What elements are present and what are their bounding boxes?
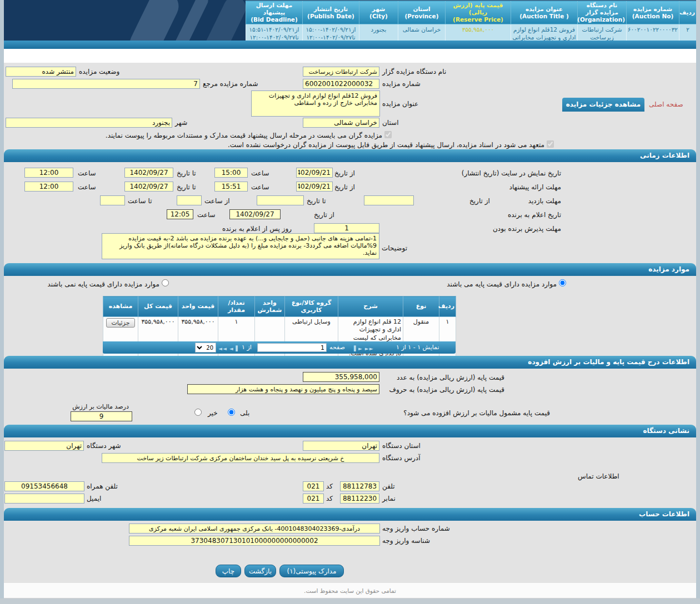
description-field[interactable]: 1-تمامی هزینه های جانبی (حمل و جابجایی و… xyxy=(102,233,379,259)
col-bid-deadline: مهلت ارسال پیشنهاد(Bid Deadline) xyxy=(246,1,303,24)
mobile-field[interactable] xyxy=(4,481,84,491)
back-button[interactable]: بازگشت xyxy=(244,565,276,577)
auction-number-label: شماره مزایده xyxy=(382,80,421,88)
offer-to-date-field[interactable] xyxy=(124,182,173,192)
pager-summary: نمایش ۱ - ۱ از ۱ xyxy=(396,344,439,351)
status-field[interactable] xyxy=(6,67,76,77)
time-label: ساعت xyxy=(251,169,269,177)
phone-label: تلفن xyxy=(382,482,395,490)
deposit-account-label: شماره حساب واریز وجه xyxy=(382,525,450,532)
fax-code-field[interactable] xyxy=(303,494,324,504)
items-col-desc: شرح xyxy=(338,296,403,317)
item-details-button[interactable]: جزئیات xyxy=(106,318,136,328)
fax-code-label: کد xyxy=(326,495,333,502)
deposit-id-label: شناسه واریز وجه xyxy=(382,537,430,545)
vat-no-label: خیر xyxy=(208,409,218,417)
vat-percent-field[interactable] xyxy=(71,411,132,421)
offer-to-time-field[interactable] xyxy=(24,182,73,192)
base-price-words-field[interactable] xyxy=(187,384,379,394)
visit-to-date-field[interactable] xyxy=(257,195,304,205)
description-label: توضیحات xyxy=(382,244,407,252)
col-auction-no: شماره مزایده(Auction No) xyxy=(627,1,679,24)
phone-code-field[interactable] xyxy=(303,481,324,491)
no-base-price-label: موارد مزایده دارای قیمت پایه نمی باشند xyxy=(17,280,159,288)
email-field[interactable] xyxy=(4,494,84,504)
organization-field[interactable] xyxy=(303,67,379,77)
display-to-time-field[interactable] xyxy=(24,168,73,178)
org-province-field[interactable] xyxy=(303,441,379,451)
announce-date-field[interactable] xyxy=(229,209,281,219)
page-edge-left xyxy=(0,0,4,604)
offer-from-date-field[interactable] xyxy=(296,182,333,192)
section-base-price-vat: اطلاعات درج قیمت پایه و مالیات بر ارزش ا… xyxy=(4,356,696,369)
section-time-info: اطلاعات زمانی xyxy=(4,149,696,162)
no-file-bid-checkbox[interactable] xyxy=(547,140,554,148)
items-col-group: گروه کالا/نوع کاربری xyxy=(285,296,338,317)
phone-field[interactable] xyxy=(340,481,379,491)
base-price-number-field[interactable] xyxy=(303,372,379,382)
winner-accept-suffix: روز پس از اعلام به برنده xyxy=(222,225,292,233)
print-button[interactable]: چاپ xyxy=(216,565,241,577)
deposit-id-field[interactable] xyxy=(129,536,380,546)
winner-accept-days-field[interactable] xyxy=(314,223,379,233)
attach-docs-checkbox-label: مزایده گران می بایست در مرحله ارسال پیشن… xyxy=(0,132,382,139)
auction-title-label: عنوان مزایده xyxy=(382,100,418,108)
ref-number-field[interactable] xyxy=(12,79,200,89)
visit-from-date-field[interactable] xyxy=(364,195,414,205)
pager-page-input[interactable] xyxy=(257,343,327,352)
province-label: استان xyxy=(382,119,398,127)
city-label: شهر xyxy=(175,119,187,127)
from-time-label: از ساعت xyxy=(204,197,230,205)
col-radif: ردیف xyxy=(679,1,697,24)
auction-title-field[interactable]: فروش 12قلم انواع لوازم اداری و تجهیزات م… xyxy=(251,90,380,117)
display-from-time-field[interactable] xyxy=(214,168,248,178)
announce-time-field[interactable] xyxy=(167,209,193,219)
col-province: استان(Province) xyxy=(398,1,446,24)
base-price-words-label: قیمت پایه (ارزش ریالی مزایده) به حروف xyxy=(389,386,504,394)
ref-number-label: شماره مزایده مرجع xyxy=(203,80,258,88)
col-organization: نام دستگاه مزایده گزار(Organization) xyxy=(578,1,627,24)
province-field[interactable] xyxy=(303,118,379,128)
header-bottom-strip xyxy=(0,41,700,49)
has-base-price-radio[interactable] xyxy=(559,279,566,286)
pager-first-icon[interactable]: ►► ►▌ xyxy=(354,345,374,353)
status-label: وضعیت مزایده xyxy=(79,68,119,76)
tab-home[interactable]: صفحه اصلی xyxy=(649,100,683,108)
city-field[interactable] xyxy=(6,118,172,128)
org-address-field[interactable] xyxy=(102,453,379,463)
display-dates-label: تاریخ نمایش در سایت (تاریخ انتشار) xyxy=(389,169,561,177)
attach-docs-checkbox[interactable] xyxy=(384,131,392,138)
items-col-type: نوع xyxy=(403,296,439,317)
auction-number-field[interactable] xyxy=(303,79,379,89)
pager-page-size-select[interactable]: 20 xyxy=(195,343,216,353)
from-date-label: از تاریخ xyxy=(334,169,355,177)
from-date-label: از تاریخ xyxy=(334,183,355,191)
footer-copyright: تمامی حقوق این سایت محفوظ است. xyxy=(0,582,700,598)
fax-field[interactable] xyxy=(340,494,379,504)
items-col-total-price: قیمت کل xyxy=(138,296,178,317)
has-base-price-label: موارد مزایده دارای قیمت پایه می باشند xyxy=(414,280,557,288)
attachments-button[interactable]: مدارک پیوستی(۱) xyxy=(279,565,344,577)
display-from-date-field[interactable] xyxy=(296,168,333,178)
visit-to-time-field[interactable] xyxy=(100,195,125,205)
pager-last-icon[interactable]: ▐◄ ◄◄ xyxy=(218,345,238,353)
tab-bar: صفحه اصلی مشاهده جزئیات مزایده xyxy=(0,49,700,63)
vat-yes-radio[interactable] xyxy=(228,409,235,416)
visit-from-time-field[interactable] xyxy=(177,195,202,205)
org-address-label: آدرس دستگاه xyxy=(382,454,421,462)
items-col-view: مشاهده xyxy=(103,296,138,317)
col-city: شهر(City) xyxy=(359,1,398,24)
display-to-date-field[interactable] xyxy=(124,168,173,178)
tab-auction-details[interactable]: مشاهده جزئیات مزایده xyxy=(562,98,644,112)
vat-yes-label: بلی xyxy=(240,409,249,417)
section-org-address: نشانی دستگاه xyxy=(4,425,696,437)
offer-from-time-field[interactable] xyxy=(214,182,248,192)
phone-code-label: کد xyxy=(326,482,333,490)
deposit-account-field[interactable] xyxy=(129,524,380,533)
auction-detail-page: ردیف شماره مزایده(Auction No) نام دستگاه… xyxy=(0,0,700,604)
base-price-number-label: قیمت پایه (ارزش ریالی مزایده) به عدد xyxy=(389,374,504,381)
vat-no-radio[interactable] xyxy=(194,409,202,416)
org-city-field[interactable] xyxy=(4,441,84,451)
no-base-price-radio[interactable] xyxy=(162,279,169,286)
email-label: ایمیل xyxy=(87,495,101,502)
